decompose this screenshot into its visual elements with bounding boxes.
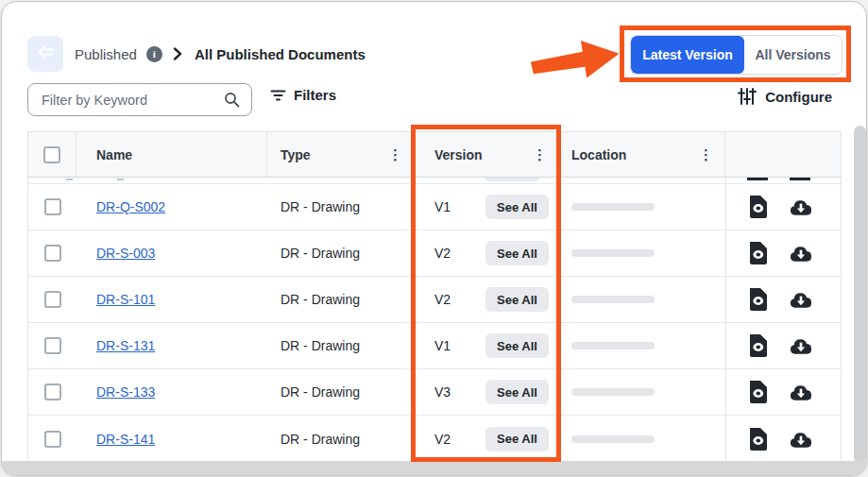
table-row: DR-S-141 DR - Drawing V2 See All — [28, 416, 841, 462]
document-name-link[interactable]: DR-S-131 — [96, 338, 155, 353]
collapse-panel-button[interactable] — [27, 36, 63, 72]
version-toggle: Latest Version All Versions — [630, 35, 842, 75]
documents-table: Name Type⋮ Version⋮ Location⋮ DR-Q-S002 … — [27, 131, 842, 463]
orange-arrow-annotation — [529, 32, 623, 91]
file-preview-icon[interactable] — [745, 333, 770, 358]
document-name-link[interactable]: DR-S-101 — [96, 292, 155, 307]
see-all-button[interactable]: See All — [485, 333, 549, 358]
document-type: DR - Drawing — [281, 384, 360, 400]
kebab-menu-icon[interactable]: ⋮ — [384, 145, 406, 165]
cloud-download-icon[interactable] — [789, 380, 813, 404]
table-header-row: Name Type⋮ Version⋮ Location⋮ — [28, 132, 841, 178]
column-header-actions — [725, 132, 841, 177]
row-checkbox[interactable] — [44, 245, 61, 262]
version-value: V3 — [434, 384, 466, 400]
filters-label: Filters — [294, 87, 336, 103]
table-row: DR-S-101 DR - Drawing V2 See All — [28, 277, 841, 323]
file-preview-icon[interactable] — [745, 380, 770, 404]
see-all-button[interactable]: See All — [485, 241, 549, 265]
file-preview-icon[interactable] — [745, 195, 770, 219]
latest-version-button[interactable]: Latest Version — [631, 36, 744, 74]
horizontal-scrollbar[interactable] — [2, 461, 866, 475]
info-icon[interactable]: i — [146, 46, 162, 62]
version-value: V2 — [434, 292, 466, 307]
table-row: DR-Q-S002 DR - Drawing V1 See All — [28, 184, 841, 230]
table-row: DR-S-131 DR - Drawing V1 See All — [28, 323, 841, 369]
breadcrumb: Published i All Published Documents — [27, 36, 366, 72]
partial-row — [28, 178, 841, 184]
configure-label: Configure — [765, 89, 832, 105]
cloud-download-icon[interactable] — [789, 287, 813, 312]
location-placeholder-bar — [571, 249, 655, 257]
kebab-menu-icon[interactable]: ⋮ — [529, 145, 551, 165]
kebab-menu-icon[interactable]: ⋮ — [695, 145, 717, 165]
see-all-button[interactable]: See All — [485, 287, 549, 312]
file-preview-icon[interactable] — [745, 241, 770, 265]
column-header-location[interactable]: Location — [571, 147, 626, 162]
table-row: DR-S-133 DR - Drawing V3 See All — [28, 369, 841, 416]
file-preview-icon[interactable] — [745, 427, 770, 451]
row-checkbox[interactable] — [44, 198, 61, 215]
document-name-link[interactable]: DR-Q-S002 — [96, 199, 165, 214]
table-row: DR-S-003 DR - Drawing V2 See All — [28, 230, 841, 277]
column-header-version[interactable]: Version — [434, 147, 483, 162]
row-checkbox[interactable] — [44, 431, 61, 448]
cloud-download-icon[interactable] — [789, 333, 813, 358]
location-placeholder-bar — [571, 296, 655, 303]
document-name-link[interactable]: DR-S-003 — [96, 246, 155, 261]
vertical-scrollbar[interactable] — [854, 126, 866, 464]
document-type: DR - Drawing — [281, 246, 360, 261]
version-value: V1 — [434, 338, 466, 353]
configure-button[interactable]: Configure — [738, 87, 832, 106]
sliders-icon — [738, 87, 757, 106]
see-all-button[interactable]: See All — [485, 427, 549, 451]
row-checkbox[interactable] — [44, 291, 61, 308]
cloud-download-icon[interactable] — [789, 241, 813, 265]
location-placeholder-bar — [571, 388, 655, 396]
version-value: V2 — [434, 246, 466, 261]
select-all-checkbox[interactable] — [43, 146, 60, 163]
filters-button[interactable]: Filters — [270, 87, 336, 103]
row-checkbox[interactable] — [44, 383, 61, 400]
version-value: V1 — [434, 199, 466, 214]
see-all-button[interactable]: See All — [485, 380, 549, 404]
location-placeholder-bar — [571, 435, 655, 443]
panel-collapse-left-icon — [35, 42, 56, 66]
file-preview-icon[interactable] — [745, 287, 770, 312]
see-all-button[interactable]: See All — [485, 195, 549, 219]
search-input[interactable] — [40, 92, 224, 109]
document-type: DR - Drawing — [281, 199, 360, 214]
table-body: DR-Q-S002 DR - Drawing V1 See All — [28, 184, 841, 462]
breadcrumb-section[interactable]: Published — [75, 46, 137, 62]
location-placeholder-bar — [571, 203, 655, 211]
document-type: DR - Drawing — [281, 338, 360, 353]
column-header-name[interactable]: Name — [96, 147, 132, 162]
document-type: DR - Drawing — [281, 292, 360, 307]
page-title: All Published Documents — [195, 46, 366, 62]
column-header-type[interactable]: Type — [281, 147, 311, 162]
chevron-right-icon — [172, 47, 183, 60]
document-name-link[interactable]: DR-S-141 — [96, 432, 155, 447]
published-documents-window: Published i All Published Documents Late… — [1, 1, 867, 476]
document-type: DR - Drawing — [281, 432, 360, 447]
document-name-link[interactable]: DR-S-133 — [96, 384, 155, 400]
all-versions-button[interactable]: All Versions — [744, 36, 842, 74]
location-placeholder-bar — [571, 342, 655, 349]
cloud-download-icon[interactable] — [789, 195, 813, 219]
keyword-filter-field — [27, 83, 252, 116]
search-icon[interactable] — [224, 92, 240, 108]
row-checkbox[interactable] — [44, 337, 61, 354]
cloud-download-icon[interactable] — [789, 427, 813, 451]
version-value: V2 — [434, 432, 466, 447]
filter-lines-icon — [270, 89, 286, 102]
